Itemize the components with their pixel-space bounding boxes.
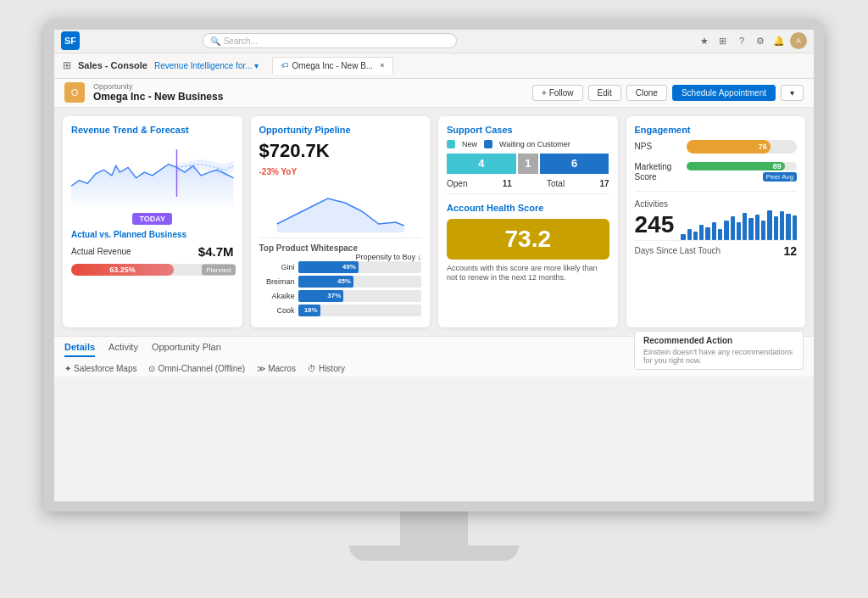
- maps-label: Salesforce Maps: [74, 364, 136, 373]
- clone-button[interactable]: Clone: [626, 85, 667, 101]
- act-bar-7: [718, 229, 722, 239]
- app-selector[interactable]: Revenue Intelligence for... ▾: [154, 61, 259, 70]
- act-bar-12: [748, 218, 753, 239]
- support-num-new: 4: [447, 154, 516, 174]
- actual-revenue-label: Actual Revenue: [71, 247, 131, 256]
- support-num-mid: 1: [518, 154, 538, 174]
- nps-label: NPS: [635, 142, 682, 151]
- marketing-bar-track: 89: [687, 162, 798, 170]
- app-launcher-icon[interactable]: ⊞: [63, 59, 71, 71]
- monitor-wrapper: SF 🔍 Search... ★ ⊞ ? ⚙ 🔔 A ⊞ Sales - Con…: [27, 20, 841, 579]
- nps-row: NPS 76: [635, 140, 798, 154]
- health-score-value: 73.2: [505, 226, 552, 253]
- waiting-legend-dot: [484, 140, 492, 148]
- engagement-card: Engagement NPS 76 MarketingScore 89: [626, 116, 806, 327]
- pipeline-title: Opportunity Pipeline: [259, 125, 422, 135]
- bar-pct-breiman: 45%: [337, 277, 351, 285]
- revenue-progress-bar: 63.25% Planned: [71, 264, 234, 276]
- grid-icon[interactable]: ⊞: [715, 33, 731, 48]
- support-legend: New Waiting on Customer: [447, 140, 609, 148]
- progress-fill: 63.25%: [71, 264, 174, 276]
- user-avatar[interactable]: A: [790, 32, 807, 49]
- bar-row-gini: Gini 49%: [259, 261, 422, 273]
- nps-bar-fill: 76: [687, 140, 771, 154]
- tab-icon: 🏷: [281, 61, 289, 70]
- progress-label: 63.25%: [109, 265, 136, 274]
- today-label: TODAY: [132, 213, 172, 225]
- activities-count: 245: [635, 211, 675, 238]
- tab-label: Omega Inc - New B...: [292, 61, 374, 70]
- search-placeholder: Search...: [224, 36, 258, 46]
- act-bar-13: [755, 215, 760, 240]
- chrome-search-bar[interactable]: 🔍 Search...: [203, 33, 457, 48]
- more-actions-button[interactable]: ▾: [781, 85, 804, 101]
- peer-avg-container: Peer Avg: [687, 172, 798, 182]
- bar-pct-gini: 49%: [342, 263, 356, 271]
- salesforce-maps-tool[interactable]: ✦ Salesforce Maps: [64, 364, 136, 373]
- nav-bar: ⊞ Sales - Console Revenue Intelligence f…: [54, 53, 814, 79]
- monitor-stand-neck: [400, 511, 468, 545]
- bookmark-icon[interactable]: ★: [697, 33, 712, 48]
- bar-row-breiman: Breiman 45%: [259, 276, 422, 288]
- bar-pct-cook: 18%: [304, 306, 318, 314]
- bar-track-cook: 18%: [298, 305, 422, 316]
- opportunity-label: Opportunity: [93, 82, 223, 91]
- bar-label-gini: Gini: [259, 263, 295, 271]
- history-label: History: [319, 364, 345, 373]
- omni-icon: ⊙: [148, 364, 155, 373]
- act-bar-8: [724, 221, 728, 240]
- tab-opportunity-plan[interactable]: Opportunity Plan: [152, 342, 221, 357]
- bottom-section: Details Activity Opportunity Plan ✦ Sale…: [54, 336, 814, 377]
- edit-button[interactable]: Edit: [588, 85, 621, 101]
- pipeline-amount: $720.7K: [259, 140, 422, 162]
- settings-icon[interactable]: ⚙: [753, 33, 768, 48]
- omni-label: Omni-Channel (Offline): [158, 364, 245, 373]
- act-bar-9: [731, 216, 735, 240]
- recommended-title: Recommended Action: [643, 336, 794, 345]
- pipeline-chart: [259, 182, 422, 232]
- support-cases-title: Support Cases: [447, 125, 609, 135]
- history-tool[interactable]: ⏱ History: [308, 364, 345, 373]
- nav-tabs: 🏷 Omega Inc - New B... ×: [272, 57, 394, 75]
- chrome-logo: SF: [61, 31, 80, 50]
- macros-tool[interactable]: ≫ Macros: [257, 364, 296, 373]
- recommended-panel: Recommended Action Einstein doesn't have…: [634, 331, 804, 370]
- act-bar-15: [767, 210, 771, 240]
- schedule-appointment-button[interactable]: Schedule Appointment: [672, 85, 776, 101]
- support-numbers: 4 1 6: [447, 154, 609, 174]
- chrome-bar: SF 🔍 Search... ★ ⊞ ? ⚙ 🔔 A: [54, 30, 814, 53]
- history-icon: ⏱: [308, 364, 316, 373]
- support-cases-card: Support Cases New Waiting on Customer 4 …: [438, 116, 618, 327]
- activities-row: 245: [635, 210, 798, 240]
- follow-button[interactable]: + Follow: [532, 85, 583, 101]
- bar-track-breiman: 45%: [298, 276, 422, 288]
- search-icon: 🔍: [210, 36, 220, 46]
- bar-label-breiman: Breiman: [259, 277, 295, 286]
- new-legend-dot: [447, 140, 455, 148]
- tab-omega[interactable]: 🏷 Omega Inc - New B... ×: [272, 57, 394, 75]
- bell-icon[interactable]: 🔔: [771, 33, 787, 48]
- opportunity-header: O Opportunity Omega Inc - New Business +…: [54, 79, 814, 108]
- revenue-trend-title: Revenue Trend & Forecast: [71, 125, 234, 135]
- open-value: 11: [503, 179, 512, 188]
- tab-close-icon[interactable]: ×: [380, 61, 384, 70]
- bar-row-akaike: Akaike 37%: [259, 290, 422, 302]
- tab-details[interactable]: Details: [64, 342, 95, 357]
- engagement-title: Engagement: [635, 125, 798, 135]
- new-legend-label: New: [462, 140, 477, 148]
- help-icon[interactable]: ?: [734, 33, 749, 48]
- planned-badge: Planned: [202, 264, 235, 275]
- opportunity-actions: + Follow Edit Clone Schedule Appointment…: [532, 85, 804, 101]
- macros-label: Macros: [268, 364, 296, 373]
- today-label-container: TODAY: [71, 213, 234, 225]
- act-bar-11: [743, 213, 747, 240]
- act-bar-18: [786, 214, 790, 240]
- opportunity-icon: O: [64, 82, 85, 103]
- marketing-bar-fill: 89: [687, 162, 785, 170]
- dashboard: Revenue Trend & Forecast: [54, 108, 814, 336]
- tab-activity[interactable]: Activity: [108, 342, 138, 357]
- omni-channel-tool[interactable]: ⊙ Omni-Channel (Offline): [148, 364, 245, 373]
- open-label: Open: [447, 179, 467, 188]
- act-bar-3: [693, 232, 698, 240]
- act-bar-19: [793, 215, 797, 240]
